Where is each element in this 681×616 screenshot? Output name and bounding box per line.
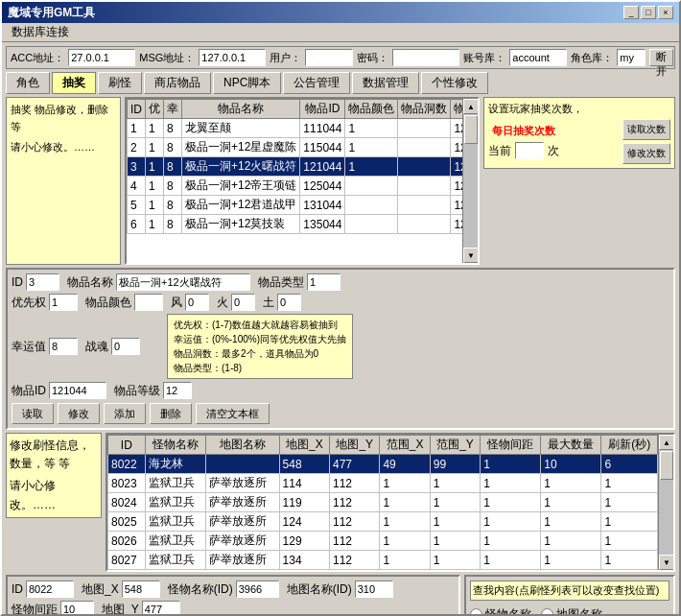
pwd-input[interactable] (392, 49, 459, 66)
table-row[interactable]: 218极品一洞+12星虚魔陈1150441121000 (128, 138, 463, 157)
monster-scroll-up[interactable]: ▲ (659, 435, 674, 450)
table-row[interactable]: 8027监狱卫兵萨举放逐所13411211111 (108, 551, 658, 570)
close-button[interactable]: × (658, 6, 673, 19)
table-row[interactable]: 8025监狱卫兵萨举放逐所12411211111 (108, 512, 658, 532)
monster-id-input[interactable] (26, 580, 74, 598)
monster-mapname-input[interactable] (355, 580, 393, 598)
table-row[interactable]: 418极品一洞+12帝王项链125044121000 (128, 177, 463, 196)
col-level: 物品等级 (451, 100, 462, 119)
modify-count-button[interactable]: 修改次数 (622, 143, 670, 164)
connect-button[interactable]: 断开 (649, 49, 673, 66)
monster-mapx-input[interactable] (122, 580, 160, 598)
detail-wind-input[interactable] (185, 294, 209, 311)
role-input[interactable] (617, 49, 646, 66)
acc-label: ACC地址： (11, 51, 64, 65)
detail-type-input[interactable] (307, 273, 340, 291)
modify-line2: 请小心修改。…… (10, 477, 98, 513)
detail-fire-input[interactable] (231, 294, 255, 311)
tab-announce[interactable]: 公告管理 (283, 72, 350, 94)
monster-table-scroll[interactable]: ID 怪物名称 地图名称 地图_X 地图_Y 范围_X 范围_Y 怪物间距 最大… (107, 435, 658, 570)
modify-notice: 修改刷怪信息，数量，等 等 请小心修改。…… (6, 433, 102, 518)
scroll-down-btn[interactable]: ▼ (463, 248, 479, 263)
detail-earth-input[interactable] (277, 294, 301, 311)
read-count-button[interactable]: 读取次数 (622, 119, 670, 140)
radio-group: 怪物名称 地图名称 (470, 606, 669, 614)
content-area: ACC地址： MSG地址： 用户： 密码： 账号库： 角色库： 断开 角色 抽奖… (2, 42, 679, 614)
detail-priority-input[interactable] (49, 294, 78, 311)
table-row[interactable]: 8022海龙林54847749991106 (108, 455, 658, 474)
detail-name-label: 物品名称 (67, 274, 113, 291)
table-row[interactable]: 8024监狱卫兵萨举放逐所11911211111 (108, 493, 658, 512)
msg-input[interactable] (199, 49, 266, 66)
lotto-unit: 次 (548, 143, 559, 159)
detail-name-input[interactable] (116, 273, 250, 291)
monster-dist-input[interactable] (60, 601, 94, 614)
monster-scroll-down[interactable]: ▼ (659, 555, 674, 570)
detail-level-input[interactable] (163, 382, 192, 399)
tab-npc[interactable]: NPC脚本 (213, 72, 281, 94)
mdist-label: 怪物间距 (12, 602, 58, 615)
detail-itemid-label: 物品ID (12, 383, 46, 399)
lotto-title: 每日抽奖次数 (492, 124, 555, 138)
menu-database[interactable]: 数据库连接 (6, 22, 75, 42)
detail-itemid-input[interactable] (49, 382, 106, 399)
title-buttons: _ □ × (623, 6, 673, 19)
table-row[interactable]: 8026监狱卫兵萨举放逐所12911211111 (108, 532, 658, 551)
mcol-rx: 范围_X (380, 436, 430, 455)
user-input[interactable] (305, 49, 353, 66)
item-read-button[interactable]: 读取 (12, 403, 54, 424)
item-detail-panel: ID 物品名称 物品类型 优先权 物品颜色 (6, 268, 675, 430)
table-row[interactable]: 618极品一洞+12莫技装135044121000 (128, 215, 463, 234)
item-table: ID 优 幸 物品名称 物品ID 物品颜色 物品洞数 物品等级 物品类型 战魂 (127, 99, 462, 234)
mcol-y: 地图_Y (330, 436, 380, 455)
item-scrollbar[interactable]: ▲ ▼ (462, 99, 478, 263)
detail-soul-input[interactable] (111, 338, 140, 355)
item-delete-button[interactable]: 删除 (150, 403, 192, 424)
detail-color-input[interactable] (134, 294, 163, 311)
tab-data-manage[interactable]: 数据管理 (352, 72, 419, 94)
radio-monster-input[interactable] (470, 608, 482, 614)
item-table-scroll[interactable]: ID 优 幸 物品名称 物品ID 物品颜色 物品洞数 物品等级 物品类型 战魂 (127, 99, 462, 263)
radio-map-input[interactable] (541, 608, 553, 614)
mcol-refresh: 刷新(秒) (601, 436, 658, 455)
tab-refresh-monster[interactable]: 刷怪 (98, 72, 142, 94)
window-title: 魔域专用GM工具 (8, 5, 95, 21)
maximize-button[interactable]: □ (641, 6, 656, 19)
monster-name-input[interactable] (236, 580, 279, 598)
current-label: 当前 (488, 143, 511, 159)
detail-luck-input[interactable] (49, 338, 78, 355)
tab-role[interactable]: 角色 (6, 72, 50, 94)
item-detail-row1: ID 物品名称 物品类型 (12, 273, 669, 291)
table-row[interactable]: 118龙翼至颠1110441121000 (128, 119, 463, 138)
db-label: 账号库： (463, 51, 505, 65)
item-add-button[interactable]: 添加 (104, 403, 146, 424)
detail-wind-label: 风 (171, 295, 182, 311)
mcol-map: 地图名称 (205, 436, 279, 455)
mcol-id: ID (108, 436, 146, 455)
table-row[interactable]: 318极品一洞+12火曙战符1210441121000 (128, 157, 463, 177)
item-modify-button[interactable]: 修改 (58, 403, 100, 424)
search-hint: 查我内容(点刷怪列表可以改变查找位置) (470, 580, 669, 601)
db-input[interactable] (509, 49, 567, 66)
scroll-thumb[interactable] (464, 115, 478, 144)
monster-scroll-thumb[interactable] (660, 451, 673, 480)
tab-shop[interactable]: 商店物品 (144, 72, 211, 94)
role-label: 角色库： (571, 51, 613, 65)
detail-id-input[interactable] (26, 273, 59, 291)
title-bar: 魔域专用GM工具 _ □ × (2, 2, 679, 23)
col-priority: 优 (146, 100, 164, 119)
scroll-up-btn[interactable]: ▲ (463, 99, 479, 114)
tab-personal[interactable]: 个性修改 (421, 72, 488, 94)
table-row[interactable]: 518极品一洞+12君道战甲131044121000 (128, 196, 463, 215)
search-panel: 查我内容(点刷怪列表可以改变查找位置) 怪物名称 地图名称 查 找 (464, 575, 675, 614)
monster-form: ID 地图_X 怪物名称(ID) 地图名称(ID) (6, 575, 460, 614)
lotto-count-input[interactable] (515, 142, 544, 159)
tab-lottery[interactable]: 抽奖 (52, 72, 96, 94)
monster-scrollbar[interactable]: ▲ ▼ (658, 435, 673, 570)
item-clear-button[interactable]: 清空文本框 (196, 403, 270, 424)
main-window: 魔域专用GM工具 _ □ × 数据库连接 ACC地址： MSG地址： 用户： 密… (0, 0, 681, 616)
acc-input[interactable] (68, 49, 135, 66)
table-row[interactable]: 8023监狱卫兵萨举放逐所11411211111 (108, 474, 658, 493)
monster-mapy-input[interactable] (142, 601, 180, 614)
minimize-button[interactable]: _ (623, 6, 639, 19)
